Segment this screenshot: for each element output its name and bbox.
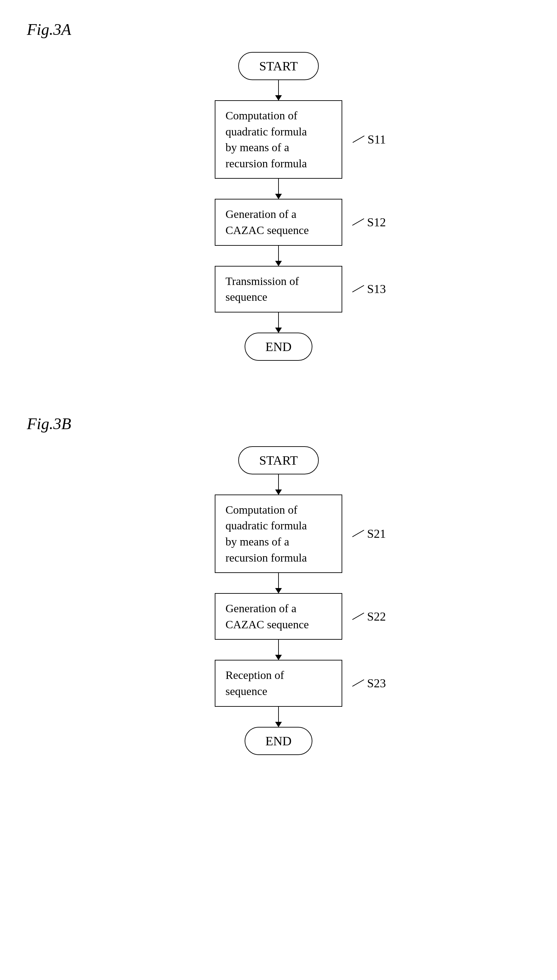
s13-wrapper: Transmission ofsequence S13: [215, 266, 342, 313]
arrow-3a: [278, 246, 279, 266]
arrow-4a: [278, 313, 279, 333]
page: Fig.3A START Computation ofquadratic for…: [0, 0, 557, 980]
start-node-b: START: [238, 446, 318, 474]
end-pill-a: END: [244, 333, 313, 361]
s12-label: S12: [352, 215, 386, 229]
fig3a-label: Fig.3A: [27, 20, 530, 39]
s23-label: S23: [352, 676, 386, 690]
s13-box: Transmission ofsequence: [215, 266, 342, 313]
arrow-2a: [278, 179, 279, 199]
flowchart-3a: START Computation ofquadratic formulaby …: [27, 52, 530, 361]
s11-box: Computation ofquadratic formulaby means …: [215, 100, 342, 179]
s11-label: S11: [352, 132, 386, 146]
s13-label: S13: [352, 282, 386, 296]
s22-box: Generation of aCAZAC sequence: [215, 593, 342, 640]
start-node-a: START: [238, 52, 318, 80]
start-pill-b: START: [238, 446, 318, 474]
s21-wrapper: Computation ofquadratic formulaby means …: [215, 495, 342, 573]
figure-3a: Fig.3A START Computation ofquadratic for…: [27, 20, 530, 361]
end-pill-b: END: [244, 727, 313, 755]
s12-wrapper: Generation of aCAZAC sequence S12: [215, 199, 342, 245]
figure-3b: Fig.3B START Computation ofquadratic for…: [27, 414, 530, 755]
arrow-1a: [278, 80, 279, 100]
s22-wrapper: Generation of aCAZAC sequence S22: [215, 593, 342, 640]
s21-label: S21: [352, 527, 386, 541]
end-node-b: END: [244, 727, 313, 755]
s23-wrapper: Reception ofsequence S23: [215, 660, 342, 706]
s23-box: Reception ofsequence: [215, 660, 342, 706]
s21-box: Computation ofquadratic formulaby means …: [215, 495, 342, 573]
end-node-a: END: [244, 333, 313, 361]
s12-box: Generation of aCAZAC sequence: [215, 199, 342, 245]
arrow-4b: [278, 707, 279, 727]
s11-wrapper: Computation ofquadratic formulaby means …: [215, 100, 342, 179]
flowchart-3b: START Computation ofquadratic formulaby …: [27, 446, 530, 755]
fig3b-label: Fig.3B: [27, 414, 530, 433]
arrow-1b: [278, 474, 279, 495]
arrow-3b: [278, 640, 279, 660]
start-pill-a: START: [238, 52, 318, 80]
arrow-2b: [278, 573, 279, 593]
s22-label: S22: [352, 610, 386, 624]
